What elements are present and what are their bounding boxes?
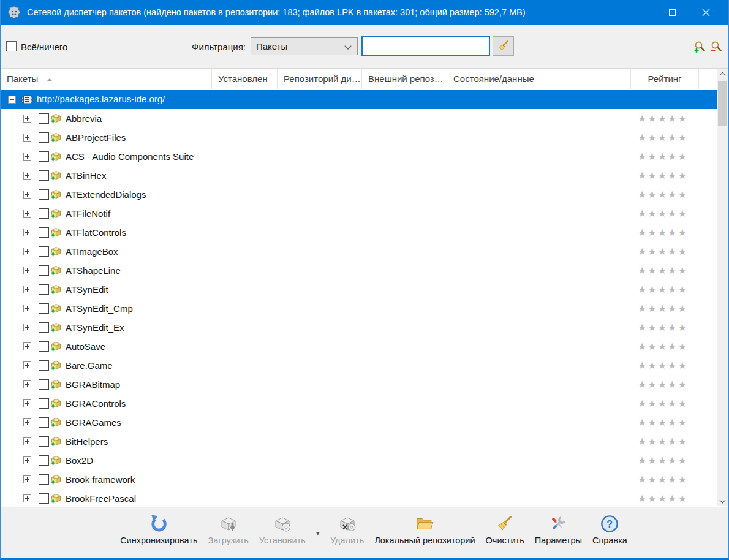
package-row[interactable]: BGRAGames ★★★★★	[1, 413, 717, 432]
install-options-arrow[interactable]: ▾	[314, 529, 322, 537]
cleanup-button[interactable]: Очистить	[484, 513, 526, 545]
expand-node-icon[interactable]	[23, 324, 31, 331]
scroll-up-button[interactable]	[717, 69, 728, 79]
package-checkbox[interactable]	[39, 208, 49, 219]
package-checkbox[interactable]	[39, 151, 49, 162]
package-row[interactable]: BrookFreePascal ★★★★★	[1, 489, 717, 507]
collapse-all-button[interactable]	[710, 40, 723, 53]
rating-stars[interactable]: ★★★★★	[638, 223, 688, 242]
search-input[interactable]	[361, 36, 490, 56]
package-row[interactable]: BitHelpers ★★★★★	[1, 432, 717, 451]
package-row[interactable]: BGRABitmap ★★★★★	[1, 375, 717, 394]
package-row[interactable]: BGRAControls ★★★★★	[1, 394, 717, 413]
package-checkbox[interactable]	[39, 322, 49, 333]
rating-stars[interactable]: ★★★★★	[638, 337, 688, 356]
expand-node-icon[interactable]	[23, 248, 31, 255]
rating-stars[interactable]: ★★★★★	[638, 470, 688, 489]
expand-node-icon[interactable]	[23, 305, 31, 312]
collapse-node-icon[interactable]	[8, 96, 16, 104]
local-repository-button[interactable]: Локальный репозиторий	[372, 513, 477, 545]
column-header-state[interactable]: Состояние/данные	[447, 69, 631, 89]
rating-stars[interactable]: ★★★★★	[638, 375, 688, 394]
column-header-rating[interactable]: Рейтинг	[631, 69, 699, 89]
expand-node-icon[interactable]	[23, 418, 31, 426]
expand-node-icon[interactable]	[23, 210, 31, 218]
install-button[interactable]: Установить	[257, 513, 308, 545]
rating-stars[interactable]: ★★★★★	[638, 128, 688, 147]
package-checkbox[interactable]	[39, 189, 49, 200]
package-checkbox[interactable]	[39, 398, 49, 409]
expand-node-icon[interactable]	[23, 286, 31, 293]
package-row[interactable]: ATSynEdit_Cmp ★★★★★	[1, 299, 717, 318]
vertical-scrollbar[interactable]	[717, 69, 728, 506]
expand-node-icon[interactable]	[23, 267, 31, 274]
expand-node-icon[interactable]	[23, 437, 31, 445]
package-row[interactable]: ATSynEdit_Ex ★★★★★	[1, 318, 717, 337]
rating-stars[interactable]: ★★★★★	[638, 432, 688, 451]
filter-type-dropdown[interactable]: Пакеты	[251, 37, 358, 55]
package-row[interactable]: ATExtendedDialogs ★★★★★	[1, 185, 717, 204]
package-checkbox[interactable]	[39, 265, 49, 276]
rating-stars[interactable]: ★★★★★	[638, 356, 688, 375]
download-button[interactable]: Загрузить	[206, 513, 251, 545]
package-checkbox[interactable]	[39, 284, 49, 295]
expand-node-icon[interactable]	[23, 475, 31, 483]
package-row[interactable]: ATShapeLine ★★★★★	[1, 261, 717, 280]
expand-node-icon[interactable]	[23, 115, 31, 123]
package-checkbox[interactable]	[39, 379, 49, 390]
expand-node-icon[interactable]	[23, 361, 31, 369]
expand-node-icon[interactable]	[23, 342, 31, 350]
rating-stars[interactable]: ★★★★★	[638, 413, 688, 432]
package-checkbox[interactable]	[39, 360, 49, 371]
package-checkbox[interactable]	[39, 474, 49, 485]
close-button[interactable]	[692, 0, 720, 25]
rating-stars[interactable]: ★★★★★	[638, 394, 688, 413]
expand-node-icon[interactable]	[23, 229, 31, 236]
clear-filter-button[interactable]	[493, 36, 514, 56]
package-row[interactable]: ACS - Audio Components Suite ★★★★★	[1, 147, 717, 166]
package-row[interactable]: Bare.Game ★★★★★	[1, 356, 717, 375]
uninstall-button[interactable]: Удалить	[328, 513, 366, 545]
expand-node-icon[interactable]	[23, 134, 31, 142]
rating-stars[interactable]: ★★★★★	[638, 280, 688, 299]
expand-node-icon[interactable]	[23, 494, 31, 502]
package-row[interactable]: ATImageBox ★★★★★	[1, 242, 717, 261]
package-checkbox[interactable]	[39, 170, 49, 181]
column-header-installed[interactable]: Установлен	[212, 69, 278, 89]
column-header-external-repo[interactable]: Внешний репоз…	[362, 69, 447, 89]
package-checkbox[interactable]	[39, 227, 49, 238]
package-row[interactable]: ATSynEdit ★★★★★	[1, 280, 717, 299]
rating-stars[interactable]: ★★★★★	[638, 204, 688, 223]
rating-stars[interactable]: ★★★★★	[638, 451, 688, 470]
help-button[interactable]: ? Справка	[591, 513, 629, 545]
rating-stars[interactable]: ★★★★★	[638, 318, 688, 337]
options-button[interactable]: Параметры	[533, 513, 584, 545]
synchronize-button[interactable]: Синхронизировать	[118, 513, 199, 545]
package-checkbox[interactable]	[39, 417, 49, 428]
select-all-checkbox[interactable]	[6, 41, 17, 51]
expand-all-button[interactable]	[693, 40, 706, 53]
maximize-button[interactable]	[658, 0, 686, 25]
rating-stars[interactable]: ★★★★★	[638, 261, 688, 280]
rating-stars[interactable]: ★★★★★	[638, 166, 688, 185]
rating-stars[interactable]: ★★★★★	[638, 242, 688, 261]
package-row[interactable]: Box2D ★★★★★	[1, 451, 717, 470]
repository-row[interactable]: http://packages.lazarus-ide.org/	[1, 90, 717, 109]
package-checkbox[interactable]	[39, 303, 49, 314]
expand-node-icon[interactable]	[23, 456, 31, 464]
expand-node-icon[interactable]	[23, 153, 31, 161]
package-checkbox[interactable]	[39, 113, 49, 124]
rating-stars[interactable]: ★★★★★	[638, 489, 688, 507]
expand-node-icon[interactable]	[23, 399, 31, 407]
package-checkbox[interactable]	[39, 341, 49, 352]
package-row[interactable]: ATBinHex ★★★★★	[1, 166, 717, 185]
column-header-packages[interactable]: Пакеты	[1, 69, 212, 89]
scroll-down-button[interactable]	[717, 496, 728, 506]
rating-stars[interactable]: ★★★★★	[638, 109, 688, 128]
rating-stars[interactable]: ★★★★★	[638, 299, 688, 318]
scrollbar-thumb[interactable]	[718, 81, 727, 126]
package-row[interactable]: ATFlatControls ★★★★★	[1, 223, 717, 242]
package-row[interactable]: Abbrevia ★★★★★	[1, 109, 717, 128]
column-header-repository[interactable]: Репозиторий ди…	[278, 69, 362, 89]
rating-stars[interactable]: ★★★★★	[638, 185, 688, 204]
